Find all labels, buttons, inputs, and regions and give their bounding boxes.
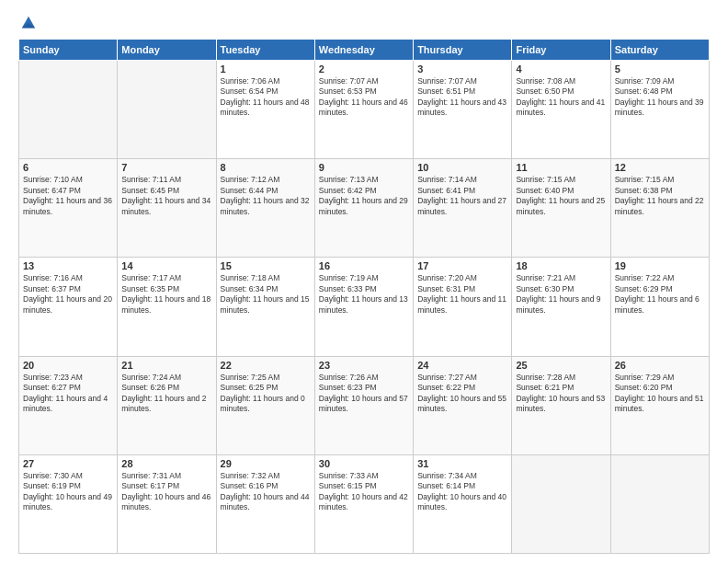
day-number: 13 [23, 260, 113, 271]
day-number: 16 [319, 260, 409, 271]
day-info: Sunrise: 7:19 AM Sunset: 6:33 PM Dayligh… [319, 273, 409, 316]
day-header-tuesday: Tuesday [216, 40, 314, 61]
calendar-cell: 25Sunrise: 7:28 AM Sunset: 6:21 PM Dayli… [512, 356, 610, 454]
day-info: Sunrise: 7:23 AM Sunset: 6:27 PM Dayligh… [23, 373, 113, 415]
day-info: Sunrise: 7:24 AM Sunset: 6:26 PM Dayligh… [121, 373, 211, 415]
calendar-cell: 30Sunrise: 7:33 AM Sunset: 6:15 PM Dayli… [314, 454, 413, 553]
day-number: 11 [516, 162, 606, 173]
day-number: 22 [221, 360, 311, 371]
logo [18, 15, 37, 31]
day-number: 19 [615, 260, 705, 271]
calendar-cell: 7Sunrise: 7:11 AM Sunset: 6:45 PM Daylig… [118, 159, 216, 258]
day-number: 30 [319, 458, 409, 469]
calendar-cell: 13Sunrise: 7:16 AM Sunset: 6:37 PM Dayli… [19, 258, 118, 356]
day-info: Sunrise: 7:07 AM Sunset: 6:53 PM Dayligh… [319, 76, 409, 119]
day-info: Sunrise: 7:27 AM Sunset: 6:22 PM Dayligh… [417, 373, 507, 415]
calendar-cell: 23Sunrise: 7:26 AM Sunset: 6:23 PM Dayli… [314, 356, 413, 454]
calendar-cell: 3Sunrise: 7:07 AM Sunset: 6:51 PM Daylig… [414, 61, 512, 159]
day-info: Sunrise: 7:18 AM Sunset: 6:34 PM Dayligh… [221, 273, 311, 316]
calendar-cell: 8Sunrise: 7:12 AM Sunset: 6:44 PM Daylig… [216, 159, 314, 258]
calendar-week-row: 1Sunrise: 7:06 AM Sunset: 6:54 PM Daylig… [19, 61, 710, 159]
calendar-cell: 22Sunrise: 7:25 AM Sunset: 6:25 PM Dayli… [216, 356, 314, 454]
day-info: Sunrise: 7:21 AM Sunset: 6:30 PM Dayligh… [516, 273, 606, 316]
calendar-cell: 18Sunrise: 7:21 AM Sunset: 6:30 PM Dayli… [512, 258, 610, 356]
calendar-cell [512, 454, 610, 553]
calendar-week-row: 20Sunrise: 7:23 AM Sunset: 6:27 PM Dayli… [19, 356, 710, 454]
day-header-sunday: Sunday [19, 40, 118, 61]
day-info: Sunrise: 7:12 AM Sunset: 6:44 PM Dayligh… [221, 175, 311, 217]
calendar-cell [118, 61, 216, 159]
day-number: 8 [221, 162, 311, 173]
calendar-cell: 5Sunrise: 7:09 AM Sunset: 6:48 PM Daylig… [610, 61, 709, 159]
calendar-cell: 16Sunrise: 7:19 AM Sunset: 6:33 PM Dayli… [314, 258, 413, 356]
day-number: 18 [516, 260, 606, 271]
calendar-cell [19, 61, 118, 159]
day-header-monday: Monday [118, 40, 216, 61]
day-number: 17 [417, 260, 507, 271]
calendar-cell: 28Sunrise: 7:31 AM Sunset: 6:17 PM Dayli… [118, 454, 216, 553]
calendar-table: SundayMondayTuesdayWednesdayThursdayFrid… [18, 39, 710, 554]
calendar-header-row: SundayMondayTuesdayWednesdayThursdayFrid… [19, 40, 710, 61]
day-number: 29 [221, 458, 311, 469]
calendar-cell: 11Sunrise: 7:15 AM Sunset: 6:40 PM Dayli… [512, 159, 610, 258]
day-number: 2 [319, 63, 409, 75]
day-info: Sunrise: 7:08 AM Sunset: 6:50 PM Dayligh… [516, 76, 606, 119]
day-info: Sunrise: 7:07 AM Sunset: 6:51 PM Dayligh… [417, 76, 507, 119]
day-info: Sunrise: 7:17 AM Sunset: 6:35 PM Dayligh… [121, 273, 211, 316]
day-info: Sunrise: 7:13 AM Sunset: 6:42 PM Dayligh… [319, 175, 409, 217]
calendar-cell: 2Sunrise: 7:07 AM Sunset: 6:53 PM Daylig… [314, 61, 413, 159]
calendar-cell: 6Sunrise: 7:10 AM Sunset: 6:47 PM Daylig… [19, 159, 118, 258]
day-info: Sunrise: 7:33 AM Sunset: 6:15 PM Dayligh… [319, 471, 409, 513]
calendar-week-row: 27Sunrise: 7:30 AM Sunset: 6:19 PM Dayli… [19, 454, 710, 553]
day-number: 21 [121, 360, 211, 371]
day-info: Sunrise: 7:15 AM Sunset: 6:40 PM Dayligh… [516, 175, 606, 217]
day-info: Sunrise: 7:28 AM Sunset: 6:21 PM Dayligh… [516, 373, 606, 415]
day-number: 5 [615, 63, 705, 75]
calendar-cell: 19Sunrise: 7:22 AM Sunset: 6:29 PM Dayli… [610, 258, 709, 356]
day-info: Sunrise: 7:16 AM Sunset: 6:37 PM Dayligh… [23, 273, 113, 316]
day-header-saturday: Saturday [610, 40, 709, 61]
day-number: 7 [121, 162, 211, 173]
day-info: Sunrise: 7:11 AM Sunset: 6:45 PM Dayligh… [121, 175, 211, 217]
calendar-cell: 27Sunrise: 7:30 AM Sunset: 6:19 PM Dayli… [19, 454, 118, 553]
calendar-cell: 26Sunrise: 7:29 AM Sunset: 6:20 PM Dayli… [610, 356, 709, 454]
calendar-week-row: 6Sunrise: 7:10 AM Sunset: 6:47 PM Daylig… [19, 159, 710, 258]
day-info: Sunrise: 7:14 AM Sunset: 6:41 PM Dayligh… [417, 175, 507, 217]
day-header-friday: Friday [512, 40, 610, 61]
calendar-page: SundayMondayTuesdayWednesdayThursdayFrid… [0, 0, 728, 563]
day-info: Sunrise: 7:22 AM Sunset: 6:29 PM Dayligh… [615, 273, 705, 316]
calendar-cell: 21Sunrise: 7:24 AM Sunset: 6:26 PM Dayli… [118, 356, 216, 454]
calendar-cell: 14Sunrise: 7:17 AM Sunset: 6:35 PM Dayli… [118, 258, 216, 356]
day-number: 31 [417, 458, 507, 469]
calendar-cell: 9Sunrise: 7:13 AM Sunset: 6:42 PM Daylig… [314, 159, 413, 258]
day-number: 12 [615, 162, 705, 173]
calendar-cell: 17Sunrise: 7:20 AM Sunset: 6:31 PM Dayli… [414, 258, 512, 356]
day-info: Sunrise: 7:31 AM Sunset: 6:17 PM Dayligh… [121, 471, 211, 513]
calendar-week-row: 13Sunrise: 7:16 AM Sunset: 6:37 PM Dayli… [19, 258, 710, 356]
calendar-cell: 15Sunrise: 7:18 AM Sunset: 6:34 PM Dayli… [216, 258, 314, 356]
day-info: Sunrise: 7:32 AM Sunset: 6:16 PM Dayligh… [221, 471, 311, 513]
day-info: Sunrise: 7:25 AM Sunset: 6:25 PM Dayligh… [221, 373, 311, 415]
day-number: 24 [417, 360, 507, 371]
day-number: 27 [23, 458, 113, 469]
day-info: Sunrise: 7:30 AM Sunset: 6:19 PM Dayligh… [23, 471, 113, 513]
calendar-cell [610, 454, 709, 553]
day-number: 20 [23, 360, 113, 371]
day-number: 26 [615, 360, 705, 371]
header [18, 15, 710, 31]
day-number: 14 [121, 260, 211, 271]
day-info: Sunrise: 7:10 AM Sunset: 6:47 PM Dayligh… [23, 175, 113, 217]
day-number: 10 [417, 162, 507, 173]
day-header-wednesday: Wednesday [314, 40, 413, 61]
calendar-cell: 31Sunrise: 7:34 AM Sunset: 6:14 PM Dayli… [414, 454, 512, 553]
day-info: Sunrise: 7:29 AM Sunset: 6:20 PM Dayligh… [615, 373, 705, 415]
day-info: Sunrise: 7:26 AM Sunset: 6:23 PM Dayligh… [319, 373, 409, 415]
day-info: Sunrise: 7:20 AM Sunset: 6:31 PM Dayligh… [417, 273, 507, 316]
logo-icon [20, 15, 37, 31]
day-number: 9 [319, 162, 409, 173]
calendar-cell: 24Sunrise: 7:27 AM Sunset: 6:22 PM Dayli… [414, 356, 512, 454]
calendar-cell: 20Sunrise: 7:23 AM Sunset: 6:27 PM Dayli… [19, 356, 118, 454]
day-number: 15 [221, 260, 311, 271]
day-number: 3 [417, 63, 507, 75]
calendar-cell: 29Sunrise: 7:32 AM Sunset: 6:16 PM Dayli… [216, 454, 314, 553]
